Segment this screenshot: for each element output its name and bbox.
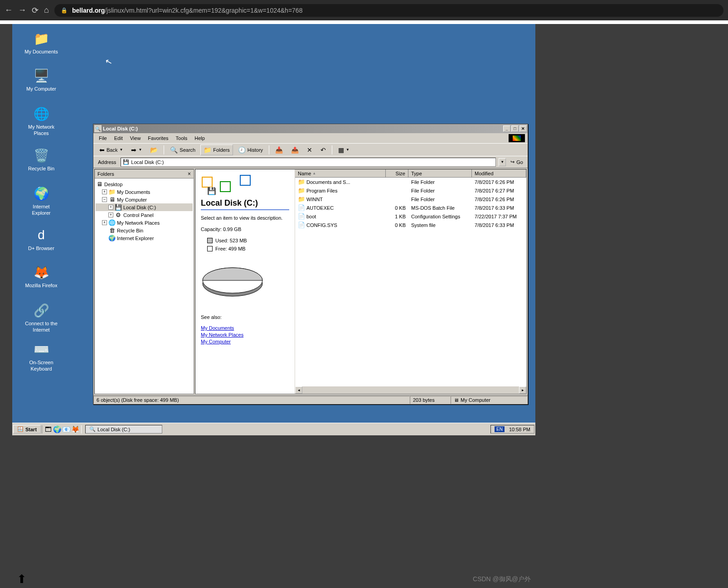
menu-view[interactable]: View (126, 134, 145, 142)
app-icon: 📁 (33, 30, 49, 47)
search-icon: 🔍 (170, 146, 178, 154)
folders-close-button[interactable]: × (188, 171, 191, 177)
start-button[interactable]: 🪟Start (13, 425, 41, 434)
file-row[interactable]: 📁WINNTFile Folder7/8/2017 6:26 PM (295, 195, 526, 203)
file-type: File Folder (408, 178, 472, 186)
desktop-icon-mozilla-firefox[interactable]: 🦊Mozilla Firefox (23, 264, 59, 289)
back-icon[interactable]: ← (5, 5, 13, 15)
app-icon: 🔗 (33, 302, 49, 318)
desktop-icon-my-documents[interactable]: 📁My Documents (23, 30, 59, 55)
file-row[interactable]: 📁Program FilesFile Folder7/8/2017 6:27 P… (295, 186, 526, 195)
tree-recyclebin[interactable]: 🗑Recycle Bin (96, 227, 193, 234)
go-button[interactable]: ↪Go (509, 158, 525, 166)
views-icon: ▦ (338, 146, 344, 154)
menu-help[interactable]: Help (191, 134, 209, 142)
file-row[interactable]: 📄boot1 KBConfiguration Settings7/22/2017… (295, 212, 526, 221)
desktop-icon-internet-explorer[interactable]: 🌍Internet Explorer (23, 185, 59, 217)
link-my-network-places[interactable]: My Network Places (201, 332, 289, 337)
col-name[interactable]: Name▲ (295, 169, 386, 177)
history-button[interactable]: 🕘History (235, 145, 266, 155)
menu-file[interactable]: File (95, 134, 111, 142)
desktop-icon-connect-to-the-internet[interactable]: 🔗Connect to the Internet (23, 302, 59, 333)
desktop-icon-on-screen-keyboard[interactable]: ⌨️On-Screen Keyboard (23, 341, 59, 372)
maximize-button[interactable]: □ (511, 125, 519, 132)
file-name: Program Files (306, 188, 337, 193)
ie-icon[interactable]: 🌍 (53, 425, 61, 434)
tree-ie[interactable]: 🌍Internet Explorer (96, 234, 193, 242)
reload-icon[interactable]: ⟳ (32, 5, 39, 15)
views-button[interactable]: ▦▼ (335, 145, 353, 155)
arrow-left-icon: ⬅ (99, 146, 105, 154)
forward-button[interactable]: ➡▼ (128, 145, 145, 155)
outlook-icon[interactable]: 📧 (62, 425, 70, 434)
expand-icon[interactable]: + (102, 189, 107, 194)
info-title: Local Disk (C:) (201, 198, 289, 210)
tree-networkplaces[interactable]: +🌐My Network Places (96, 219, 193, 227)
icon-label: Recycle Bin (23, 165, 59, 172)
menu-favorites[interactable]: Favorites (144, 134, 172, 142)
file-row[interactable]: 📄AUTOEXEC0 KBMS-DOS Batch File7/8/2017 6… (295, 203, 526, 212)
show-desktop-icon[interactable]: 🗔 (44, 425, 52, 434)
file-row[interactable]: 📁Documents and S...File Folder7/8/2017 6… (295, 178, 526, 186)
copy-to-button[interactable]: 📤 (288, 145, 302, 155)
status-location: 🖥My Computer (451, 396, 528, 404)
col-type[interactable]: Type (408, 169, 472, 177)
tree-mydocuments[interactable]: +📁My Documents (96, 188, 193, 196)
titlebar[interactable]: 🔍 Local Disk (C:) _ □ ✕ (93, 124, 528, 133)
taskbar-task[interactable]: 🔍Local Disk (C:) (85, 425, 162, 434)
menu-tools[interactable]: Tools (172, 134, 191, 142)
search-button[interactable]: 🔍Search (167, 145, 199, 155)
col-size[interactable]: Size (386, 169, 408, 177)
network-icon: 🌐 (108, 219, 116, 226)
desktop-icon-d+-browser[interactable]: dD+ Browser (23, 227, 59, 251)
expand-icon[interactable]: + (108, 212, 113, 217)
menu-edit[interactable]: Edit (111, 134, 126, 142)
upload-icon[interactable]: ⬆ (17, 572, 27, 586)
link-my-documents[interactable]: My Documents (201, 325, 289, 331)
clock[interactable]: 10:58 PM (509, 427, 530, 432)
desktop-icon-my-computer[interactable]: 🖥️My Computer (23, 67, 59, 92)
forward-icon[interactable]: → (18, 5, 26, 15)
undo-button[interactable]: ↶ (317, 145, 329, 155)
firefox-icon[interactable]: 🦊 (71, 425, 79, 434)
expand-icon[interactable]: + (102, 220, 107, 225)
desktop-icon-recycle-bin[interactable]: 🗑️Recycle Bin (23, 147, 59, 172)
home-icon[interactable]: ⌂ (44, 5, 49, 15)
address-field[interactable]: 💾 Local Disk (C:) (121, 158, 496, 167)
used-swatch (207, 238, 213, 243)
collapse-icon[interactable]: − (102, 197, 107, 202)
move-to-button[interactable]: 📥 (272, 145, 286, 155)
language-indicator[interactable]: EN (495, 426, 505, 432)
url-bar[interactable]: 🔒 bellard.org/jslinux/vm.html?url=win2k.… (54, 4, 723, 17)
file-list: Name▲ Size Type Modified 📁Documents and … (295, 169, 526, 394)
delete-button[interactable]: ✕ (304, 145, 315, 155)
drive-icon: 💾 (123, 159, 129, 165)
back-button[interactable]: ⬅Back▼ (96, 145, 126, 155)
minimize-button[interactable]: _ (503, 125, 510, 132)
expand-icon[interactable]: + (108, 205, 113, 210)
horizontal-scrollbar[interactable]: ◂ ▸ (295, 386, 526, 394)
col-modified[interactable]: Modified (472, 169, 526, 177)
folders-button[interactable]: 📁Folders (200, 145, 233, 155)
tree-mycomputer[interactable]: −🖥My Computer (96, 196, 193, 203)
statusbar: 6 object(s) (Disk free space: 499 MB) 20… (93, 395, 528, 404)
desktop[interactable]: 📁My Documents🖥️My Computer🌐My Network Pl… (12, 24, 535, 435)
up-button[interactable]: 📂 (147, 145, 161, 155)
pie-chart-icon (201, 263, 264, 299)
address-dropdown-button[interactable]: ▼ (499, 158, 506, 166)
tree-desktop[interactable]: 🖥Desktop (96, 180, 193, 188)
info-hint: Select an item to view its description. (201, 215, 289, 222)
file-row[interactable]: 📄CONFIG.SYS0 KBSystem file7/8/2017 6:33 … (295, 221, 526, 229)
desktop-icon-my-network-places[interactable]: 🌐My Network Places (23, 106, 59, 137)
url-path: /jslinux/vm.html?url=win2k.cfg&mem=192&g… (105, 7, 302, 14)
link-my-computer[interactable]: My Computer (201, 339, 289, 344)
windows-logo-icon (509, 134, 525, 142)
scroll-left-icon[interactable]: ◂ (295, 386, 302, 394)
address-value: Local Disk (C:) (131, 159, 164, 165)
close-button[interactable]: ✕ (519, 125, 527, 132)
tree-localdisk[interactable]: +💾Local Disk (C:) (96, 203, 193, 211)
address-label: Address (96, 159, 118, 165)
scroll-right-icon[interactable]: ▸ (519, 386, 526, 394)
free-swatch (207, 246, 213, 251)
tree-controlpanel[interactable]: +⚙Control Panel (96, 211, 193, 219)
